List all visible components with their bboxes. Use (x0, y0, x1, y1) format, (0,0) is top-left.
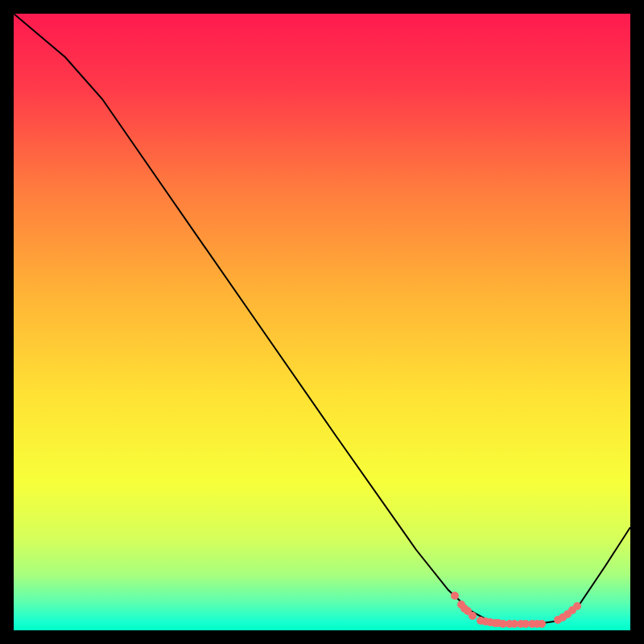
bottleneck-chart (14, 14, 630, 630)
chart-frame: TheBottleneck.com (14, 14, 630, 630)
marker-dot (538, 620, 546, 628)
marker-dot (573, 602, 581, 610)
marker-dot (451, 592, 459, 600)
chart-background (14, 14, 630, 630)
marker-dot (469, 612, 477, 620)
